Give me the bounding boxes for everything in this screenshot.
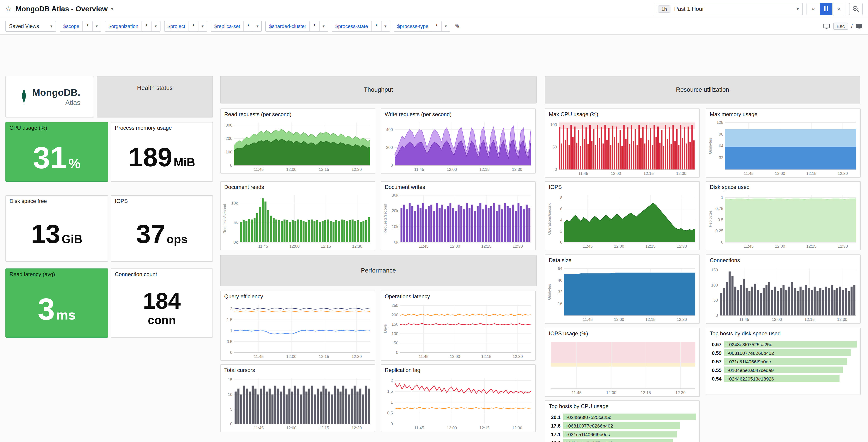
- variable-project[interactable]: $project * ▾: [164, 21, 207, 32]
- svg-text:400: 400: [386, 127, 393, 132]
- svg-text:11:45: 11:45: [583, 317, 593, 322]
- svg-text:12:00: 12:00: [614, 317, 624, 322]
- svg-text:Gibibytes: Gibibytes: [708, 138, 712, 154]
- svg-text:50: 50: [713, 298, 718, 303]
- iops-chart[interactable]: 0246811:4512:0012:1512:30Operations/seco…: [546, 192, 699, 249]
- svg-text:200: 200: [225, 136, 232, 141]
- document-reads-chart[interactable]: 0k5k10k11:4512:0012:1512:30Requests/seco…: [221, 192, 374, 249]
- panel-title[interactable]: Operations latency: [381, 291, 535, 302]
- host-value: 0.54: [709, 376, 724, 381]
- panel-title[interactable]: Total cursors: [221, 365, 375, 376]
- host-bar[interactable]: i-06810077e8266b402: [563, 422, 680, 429]
- connections-chart[interactable]: 05010015011:4512:0012:1512:30: [707, 266, 860, 322]
- host-bar[interactable]: i-02446220513e18926: [724, 375, 839, 382]
- saved-views-label: Saved Views: [9, 24, 39, 29]
- variable-organization[interactable]: $organization * ▾: [105, 21, 160, 32]
- chevron-down-icon: ▾: [797, 6, 799, 11]
- variable-sharded-cluster[interactable]: $sharded-cluster * ▾: [266, 21, 328, 32]
- host-bar[interactable]: i-0248e3f07525ca25c: [724, 341, 857, 348]
- svg-text:30k: 30k: [392, 193, 399, 197]
- replication-lag-chart[interactable]: 00.511.5211:4512:0012:1512:30: [382, 376, 534, 431]
- panel-title[interactable]: Query efficiency: [221, 291, 375, 302]
- svg-text:12:30: 12:30: [351, 167, 362, 172]
- svg-text:12:30: 12:30: [513, 354, 523, 359]
- panel-title[interactable]: Disk space used: [706, 182, 860, 192]
- variable-name: $replica-set: [211, 21, 244, 31]
- shift-forward-button[interactable]: »: [832, 3, 845, 15]
- query-efficiency-chart[interactable]: 00.511.5211:4512:0012:1512:30: [221, 302, 374, 359]
- panel-title[interactable]: CPU usage (%): [6, 123, 107, 133]
- svg-text:96: 96: [719, 132, 723, 136]
- edit-variables-icon[interactable]: ✎: [455, 23, 460, 30]
- favorite-star-icon[interactable]: ☆: [5, 4, 12, 13]
- host-row: 17.6i-06810077e8266b402: [548, 422, 696, 429]
- panel-title[interactable]: Replication lag: [381, 365, 535, 376]
- top-hosts-cpu-list: 20.1i-0248e3f07525ca25c17.6i-06810077e82…: [548, 413, 696, 442]
- variable-scope[interactable]: $scope * ▾: [60, 21, 101, 32]
- pause-icon: [824, 6, 828, 11]
- variable-name: $process-type: [394, 21, 432, 31]
- panel-title[interactable]: Data size: [545, 255, 700, 266]
- panel-title[interactable]: IOPS: [111, 196, 213, 207]
- panel-title[interactable]: Max CPU usage (%): [545, 109, 700, 120]
- max-cpu-chart[interactable]: 05010011:4512:0012:1512:30: [546, 120, 699, 176]
- kiosk-mode-icon[interactable]: [856, 23, 863, 30]
- host-bar[interactable]: i-0248e3f07525ca25c: [563, 413, 696, 420]
- panel-title[interactable]: Process memory usage: [111, 123, 213, 133]
- panel-title[interactable]: Max memory usage: [706, 109, 860, 120]
- variable-process-type[interactable]: $process-type * ▾: [394, 21, 450, 32]
- variable-replica-set[interactable]: $replica-set * ▾: [211, 21, 262, 32]
- data-size-chart[interactable]: 1632486411:4512:0012:1512:30Gibibytes: [546, 266, 699, 322]
- svg-text:5k: 5k: [234, 220, 238, 225]
- read-requests-chart[interactable]: 010020030011:4512:0012:1512:30: [221, 120, 374, 172]
- svg-text:100: 100: [550, 123, 557, 127]
- svg-text:12:00: 12:00: [447, 426, 457, 430]
- host-bar[interactable]: i-0104ebe2a047ceda9: [563, 439, 673, 442]
- host-bar[interactable]: i-06810077e8266b402: [724, 349, 851, 356]
- host-label: i-06810077e8266b402: [726, 350, 774, 355]
- panel-title[interactable]: Disk space free: [6, 196, 107, 207]
- max-memory-chart[interactable]: 32649612811:4512:0012:1512:30Gibibytes: [707, 120, 860, 176]
- write-requests-chart[interactable]: 020040011:4512:0012:1512:30: [382, 120, 534, 172]
- document-writes-chart[interactable]: 0k10k20k30k11:4512:0012:1512:30Requests/…: [382, 192, 534, 249]
- chevron-down-icon[interactable]: ▾: [111, 6, 113, 12]
- host-row: 0.57i-031c51f4066f9b0dc: [709, 358, 857, 365]
- svg-text:12:15: 12:15: [319, 354, 329, 359]
- panel-title[interactable]: Write requests (per second): [381, 109, 535, 120]
- iops-usage-chart[interactable]: 11:4512:0012:1512:30: [546, 339, 699, 396]
- svg-text:100: 100: [392, 332, 398, 336]
- svg-text:0.25: 0.25: [715, 229, 723, 233]
- operations-latency-chart[interactable]: 05010015020025011:4512:0012:1512:30Days: [382, 302, 534, 359]
- dashboard-title[interactable]: MongoDB Atlas - Overview: [16, 5, 108, 13]
- shift-back-button[interactable]: «: [807, 3, 819, 15]
- panel-title[interactable]: Document writes: [381, 182, 535, 192]
- svg-text:0: 0: [230, 350, 232, 355]
- svg-text:10k: 10k: [392, 224, 399, 229]
- svg-text:12:15: 12:15: [645, 317, 655, 322]
- disk-space-used-chart[interactable]: 00.250.50.75111:4512:0012:1512:30Pebibyt…: [707, 192, 860, 249]
- panel-title[interactable]: Connection count: [111, 269, 213, 280]
- panel-title[interactable]: Read latency (avg): [6, 269, 107, 280]
- variable-name: $organization: [105, 21, 142, 31]
- host-bar[interactable]: i-0104ebe2a047ceda9: [724, 367, 842, 373]
- total-cursors-chart[interactable]: 05101511:4512:0012:1512:30: [221, 376, 374, 431]
- panel-title[interactable]: Read requests (per second): [221, 109, 375, 120]
- panel-title[interactable]: IOPS: [545, 182, 700, 192]
- pause-refresh-button[interactable]: [819, 3, 832, 15]
- panel-title[interactable]: IOPS usage (%): [545, 328, 700, 339]
- svg-text:0: 0: [560, 240, 562, 245]
- saved-views-dropdown[interactable]: Saved Views ▾: [5, 21, 56, 32]
- variable-process-state[interactable]: $process-state * ▾: [332, 21, 390, 32]
- panel-title[interactable]: Connections: [706, 255, 860, 266]
- esc-key-hint: Esc: [833, 23, 848, 30]
- panel-title[interactable]: Document reads: [221, 182, 375, 192]
- svg-text:0: 0: [721, 240, 723, 245]
- zoom-out-button[interactable]: [849, 2, 863, 15]
- host-bar[interactable]: i-031c51f4066f9b0dc: [724, 358, 847, 365]
- panel-title[interactable]: Top hosts by disk space used: [706, 328, 860, 339]
- svg-text:12:00: 12:00: [447, 167, 457, 172]
- host-bar[interactable]: i-031c51f4066f9b0dc: [563, 431, 677, 438]
- monitor-icon[interactable]: [824, 23, 830, 30]
- time-range-picker[interactable]: 1h Past 1 Hour ▾: [654, 2, 803, 15]
- panel-title[interactable]: Top hosts by CPU usage: [545, 401, 700, 412]
